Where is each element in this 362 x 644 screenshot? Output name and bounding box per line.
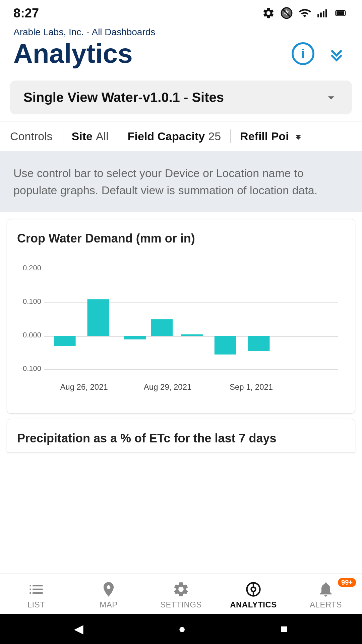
selector-label: Single View Water-v1.0.1 - Sites xyxy=(23,90,224,105)
settings-icon xyxy=(172,581,190,598)
status-time: 8:27 xyxy=(13,6,39,20)
wifi-icon xyxy=(298,7,311,19)
svg-rect-22 xyxy=(181,334,203,336)
info-box: Use control bar to select your Device or… xyxy=(0,151,362,212)
status-icons xyxy=(262,7,349,19)
controls-label: Controls xyxy=(10,130,53,143)
nav-alerts[interactable]: 99+ ALERTS xyxy=(290,581,362,609)
nav-list[interactable]: LIST xyxy=(0,581,72,609)
svg-text:Aug 26, 2021: Aug 26, 2021 xyxy=(60,382,108,391)
field-capacity-value: 25 xyxy=(208,130,221,143)
nav-settings-label: SETTINGS xyxy=(160,600,202,609)
field-capacity-control[interactable]: Field Capacity 25 xyxy=(118,130,230,143)
site-label: Site xyxy=(72,130,93,143)
svg-rect-3 xyxy=(320,12,322,17)
svg-rect-4 xyxy=(323,11,324,17)
svg-rect-19 xyxy=(87,299,109,336)
svg-rect-21 xyxy=(151,319,173,336)
refill-point-control[interactable]: Refill Poi xyxy=(231,130,313,143)
no-entry-icon xyxy=(280,7,293,19)
double-chevron-button[interactable] xyxy=(324,42,349,66)
map-icon xyxy=(100,581,117,598)
svg-text:0.000: 0.000 xyxy=(23,331,41,339)
info-icon: i xyxy=(292,42,314,65)
alerts-icon xyxy=(317,581,335,598)
battery-icon xyxy=(335,7,349,19)
svg-point-29 xyxy=(251,587,256,591)
signal-icon xyxy=(316,7,329,19)
nav-analytics-label: ANALYTICS xyxy=(230,600,277,609)
view-selector[interactable]: Single View Water-v1.0.1 - Sites xyxy=(10,80,352,114)
nav-alerts-label: ALERTS xyxy=(310,600,342,609)
page-title: Analytics xyxy=(13,40,133,67)
svg-rect-7 xyxy=(337,11,344,15)
chart2-title: Precipitation as a % of ETc for the last… xyxy=(17,431,345,445)
chart2-card: Precipitation as a % of ETc for the last… xyxy=(7,419,355,452)
header-actions: i xyxy=(291,42,349,66)
header: Arable Labs, Inc. - All Dashboards Analy… xyxy=(0,23,362,74)
info-text: Use control bar to select your Device or… xyxy=(13,165,349,199)
double-chevron-down-icon xyxy=(325,42,348,65)
nav-analytics[interactable]: ANALYTICS xyxy=(217,581,290,609)
analytics-icon xyxy=(245,581,262,598)
svg-rect-18 xyxy=(54,336,76,346)
controls-bar: Controls Site All Field Capacity 25 Refi… xyxy=(0,121,362,151)
nav-map-label: MAP xyxy=(100,600,118,609)
back-button[interactable]: ◀ xyxy=(74,622,83,636)
list-icon xyxy=(27,581,45,598)
controls-label-item[interactable]: Controls xyxy=(10,130,62,143)
site-control[interactable]: Site All xyxy=(62,130,118,143)
field-capacity-label: Field Capacity xyxy=(128,130,205,143)
breadcrumb: Arable Labs, Inc. - All Dashboards xyxy=(13,27,349,38)
selector-chevron-icon xyxy=(324,90,339,105)
bottom-nav: LIST MAP SETTINGS ANALYTICS 99+ ALERTS xyxy=(0,574,362,614)
refill-label: Refill Poi xyxy=(240,130,289,143)
svg-text:0.200: 0.200 xyxy=(23,264,41,272)
nav-settings[interactable]: SETTINGS xyxy=(145,581,217,609)
nav-map[interactable]: MAP xyxy=(72,581,145,609)
chart1-title: Crop Water Demand (mm or in) xyxy=(17,231,345,246)
svg-text:Sep 1, 2021: Sep 1, 2021 xyxy=(230,382,273,391)
recents-button[interactable]: ■ xyxy=(281,622,288,636)
chart1-card: Crop Water Demand (mm or in) 0.200 0.100… xyxy=(7,219,355,414)
svg-text:i: i xyxy=(301,46,305,61)
chart1-area: 0.200 0.100 0.000 -0.100 xyxy=(17,256,345,403)
chart1-svg: 0.200 0.100 0.000 -0.100 xyxy=(17,256,345,403)
site-value: All xyxy=(96,130,109,143)
status-bar: 8:27 xyxy=(0,0,362,23)
svg-text:0.100: 0.100 xyxy=(23,297,41,306)
alerts-badge: 99+ xyxy=(338,578,356,587)
nav-list-label: LIST xyxy=(27,600,45,609)
svg-rect-2 xyxy=(317,14,319,17)
svg-rect-24 xyxy=(248,336,270,351)
gear-icon xyxy=(262,7,275,19)
svg-rect-23 xyxy=(215,336,236,355)
svg-rect-20 xyxy=(124,336,146,339)
header-row: Analytics i xyxy=(13,40,349,67)
svg-text:Aug 29, 2021: Aug 29, 2021 xyxy=(144,382,191,391)
refill-chevron-icon xyxy=(292,130,304,142)
info-button[interactable]: i xyxy=(291,42,315,66)
svg-text:-0.100: -0.100 xyxy=(20,364,41,373)
android-nav: ◀ ● ■ xyxy=(0,614,362,644)
home-button[interactable]: ● xyxy=(178,622,186,636)
svg-rect-5 xyxy=(325,9,327,17)
